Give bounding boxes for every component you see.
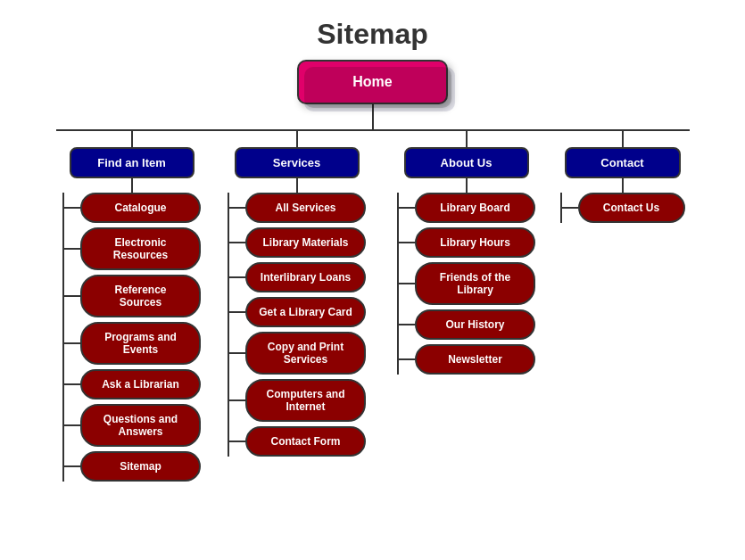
library-materials-node[interactable]: Library Materials bbox=[245, 227, 366, 258]
category-col-contact: Contact Contact Us bbox=[556, 131, 690, 482]
list-item: Questions and Answers bbox=[64, 404, 201, 447]
top-horizontal-bar bbox=[56, 129, 690, 131]
sitemap-container: Sitemap Home Find an Item Catalogue bbox=[0, 0, 745, 499]
category-col-about-us: About Us Library Board Library Hours F bbox=[386, 131, 547, 482]
friends-library-node[interactable]: Friends of the Library bbox=[415, 262, 535, 305]
interlibrary-loans-node[interactable]: Interlibrary Loans bbox=[245, 262, 366, 292]
list-item: Electronic Resources bbox=[64, 227, 201, 270]
list-item: Get a Library Card bbox=[229, 297, 366, 327]
list-item: Contact Form bbox=[229, 426, 366, 457]
library-board-node[interactable]: Library Board bbox=[415, 193, 535, 223]
list-item: Computers and Internet bbox=[229, 379, 366, 422]
category-services[interactable]: Services bbox=[235, 147, 360, 178]
home-node[interactable]: Home bbox=[297, 60, 447, 104]
list-item: All Services bbox=[229, 193, 366, 223]
list-item: Our History bbox=[399, 309, 535, 340]
our-history-node[interactable]: Our History bbox=[415, 309, 535, 340]
list-item: Interlibrary Loans bbox=[229, 262, 366, 292]
contact-us-node[interactable]: Contact Us bbox=[578, 193, 685, 223]
find-children: Catalogue Electronic Resources Reference… bbox=[62, 193, 201, 482]
copy-print-services-node[interactable]: Copy and Print Services bbox=[245, 332, 366, 375]
list-item: Library Hours bbox=[399, 227, 535, 258]
questions-answers-node[interactable]: Questions and Answers bbox=[80, 404, 201, 447]
list-item: Newsletter bbox=[399, 344, 535, 375]
catalogue-node[interactable]: Catalogue bbox=[80, 193, 201, 223]
list-item: Ask a Librarian bbox=[64, 369, 201, 399]
list-item: Catalogue bbox=[64, 193, 201, 223]
programs-events-node[interactable]: Programs and Events bbox=[80, 322, 201, 365]
list-item: Contact Us bbox=[562, 193, 685, 223]
list-item: Library Board bbox=[399, 193, 535, 223]
categories-row: Find an Item Catalogue Electronic Resour… bbox=[56, 131, 690, 482]
category-find-an-item[interactable]: Find an Item bbox=[70, 147, 195, 178]
sitemap-node[interactable]: Sitemap bbox=[80, 451, 201, 482]
list-item: Copy and Print Services bbox=[229, 332, 366, 375]
newsletter-node[interactable]: Newsletter bbox=[415, 344, 535, 375]
reference-sources-node[interactable]: Reference Sources bbox=[80, 275, 201, 317]
category-col-find-an-item: Find an Item Catalogue Electronic Resour… bbox=[56, 131, 208, 482]
page-title: Sitemap bbox=[317, 0, 427, 60]
list-item: Programs and Events bbox=[64, 322, 201, 365]
services-children: All Services Library Materials Interlibr… bbox=[228, 193, 366, 457]
electronic-resources-node[interactable]: Electronic Resources bbox=[80, 227, 201, 270]
contact-form-node[interactable]: Contact Form bbox=[245, 426, 366, 457]
ask-librarian-node[interactable]: Ask a Librarian bbox=[80, 369, 201, 399]
list-item: Reference Sources bbox=[64, 275, 201, 317]
list-item: Sitemap bbox=[64, 451, 201, 482]
find-connector-v bbox=[131, 131, 133, 147]
about-children: Library Board Library Hours Friends of t… bbox=[397, 193, 535, 375]
computers-internet-node[interactable]: Computers and Internet bbox=[245, 379, 366, 422]
home-down-connector bbox=[372, 104, 374, 129]
category-contact[interactable]: Contact bbox=[565, 147, 681, 178]
library-hours-node[interactable]: Library Hours bbox=[415, 227, 535, 258]
get-library-card-node[interactable]: Get a Library Card bbox=[245, 297, 366, 327]
category-col-services: Services All Services Library Materials bbox=[217, 131, 377, 482]
list-item: Friends of the Library bbox=[399, 262, 535, 305]
category-about-us[interactable]: About Us bbox=[404, 147, 529, 178]
all-services-node[interactable]: All Services bbox=[245, 193, 366, 223]
list-item: Library Materials bbox=[229, 227, 366, 258]
contact-children: Contact Us bbox=[560, 193, 685, 223]
